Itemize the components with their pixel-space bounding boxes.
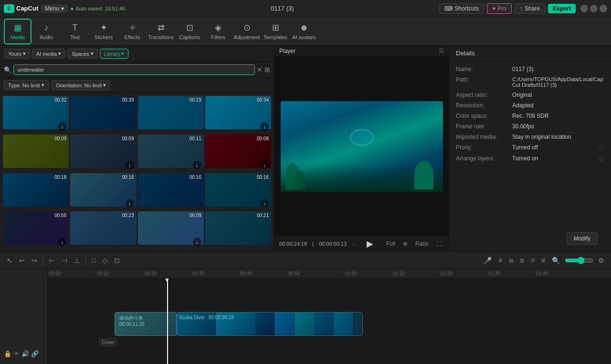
share-icon: ↑: [520, 5, 523, 12]
tool-effects[interactable]: ✧ Effects: [118, 19, 146, 44]
tool-filters[interactable]: ◈ Filters: [204, 19, 232, 44]
full-button[interactable]: Full: [384, 239, 397, 248]
export-button[interactable]: Export: [548, 4, 576, 13]
yours-dropdown[interactable]: Yours ▾: [4, 49, 30, 59]
orientation-filter-button[interactable]: Orientation: No limit ▾: [52, 80, 111, 90]
type-filter-button[interactable]: Type: No limit ▾: [4, 80, 49, 90]
list-item[interactable]: 00:56 ↓: [3, 211, 69, 249]
search-clear-button[interactable]: ✕: [257, 66, 263, 73]
list-item[interactable]: 00:34 ↓: [205, 96, 271, 133]
fullscreen-button[interactable]: ⛶: [434, 239, 444, 248]
tool-audio[interactable]: ♪ Audio: [32, 19, 60, 44]
tool-adjustment[interactable]: ⊙ Adjustment: [233, 19, 261, 44]
download-icon[interactable]: ↓: [193, 238, 201, 246]
list-item[interactable]: 00:18: [3, 173, 69, 210]
pro-button[interactable]: ♥ Pro: [487, 3, 512, 14]
audio-icon[interactable]: 🔊: [21, 350, 29, 357]
list-item[interactable]: 00:32 ↓: [3, 96, 69, 133]
timeline-left-space: [0, 269, 47, 348]
split-button[interactable]: ⊥: [72, 256, 82, 265]
list-item[interactable]: 06:09 ↓: [138, 211, 204, 249]
ruler-mark-10: 01:40: [535, 269, 548, 278]
media-duration: 00:23: [122, 213, 134, 218]
tool-media[interactable]: ▦ Media: [4, 19, 32, 44]
menu-button[interactable]: Menu ▾: [41, 4, 67, 13]
eye-icon[interactable]: 👁: [13, 350, 20, 357]
track-settings-button[interactable]: ▥: [518, 257, 526, 264]
tool-transitions[interactable]: ⇄ Transitions: [147, 19, 175, 44]
list-item[interactable]: 00:09 ↓: [70, 135, 136, 172]
shield-button[interactable]: ◇: [100, 256, 109, 265]
download-icon[interactable]: ↓: [58, 238, 66, 246]
mic-button[interactable]: 🎤: [482, 256, 494, 265]
download-icon[interactable]: ↓: [126, 199, 134, 208]
tool-templates[interactable]: ⊞ Templates: [262, 19, 289, 44]
search-filter-button[interactable]: ⊞: [264, 66, 270, 73]
tool-stickers[interactable]: ✦ Stickers: [90, 19, 117, 44]
rect-button[interactable]: □: [90, 256, 97, 265]
text-label: Text: [70, 34, 80, 40]
zoom-slider[interactable]: [565, 257, 593, 264]
ruler-label-10: 01:40: [535, 271, 548, 276]
timeline-tracks[interactable]: Cover 游动的小鱼 00:00:11:25 Scuba Diver 00:0…: [48, 279, 611, 364]
undo-button[interactable]: ↩: [17, 256, 27, 265]
spaces-dropdown[interactable]: Spaces ▾: [67, 49, 98, 59]
close-button[interactable]: ×: [600, 5, 607, 12]
timeline-clip-2[interactable]: Scuba Diver 00:00:38:18: [177, 312, 363, 336]
list-item[interactable]: 00:21: [205, 211, 271, 249]
list-item[interactable]: 00:19: [138, 96, 204, 133]
main-area: Yours ▾ AI media ▾ Spaces ▾ Library ▾ 🔍 …: [0, 46, 611, 251]
play-button[interactable]: ▶: [367, 239, 373, 249]
screen-button[interactable]: ⊡: [112, 256, 122, 265]
redo-button[interactable]: ↪: [30, 256, 39, 265]
logo-icon: C: [4, 4, 14, 13]
frame: [255, 312, 274, 335]
transitions-icon: ⇄: [158, 22, 165, 33]
zoom-out-button[interactable]: 🔍: [550, 256, 562, 265]
audio-track-button[interactable]: ⊞: [496, 257, 504, 264]
search-input[interactable]: [13, 64, 255, 75]
list-item[interactable]: 00:09: [3, 135, 69, 172]
download-icon[interactable]: ↓: [193, 161, 201, 169]
split-right-button[interactable]: ⊣: [60, 256, 69, 265]
tool-captions[interactable]: ⊡ Captions: [176, 19, 203, 44]
playhead[interactable]: [167, 279, 168, 364]
media-duration: 00:16: [122, 175, 134, 180]
select-tool-button[interactable]: ↖: [5, 256, 14, 265]
fit-button[interactable]: ⊕: [401, 239, 410, 248]
video-track-button[interactable]: ▤: [507, 257, 515, 264]
ai-media-dropdown[interactable]: AI media ▾: [32, 49, 65, 59]
shortcuts-button[interactable]: ⌨ Shortcuts: [439, 3, 484, 14]
download-icon[interactable]: ↓: [260, 161, 269, 169]
link-icon[interactable]: 🔗: [31, 350, 39, 357]
ratio-button[interactable]: Ratio: [413, 239, 431, 248]
list-item[interactable]: 00:16 ↓: [70, 173, 136, 210]
maximize-button[interactable]: □: [590, 5, 598, 12]
list-item[interactable]: 00:11 ↓: [138, 135, 204, 172]
media-duration: 00:56: [54, 213, 66, 218]
modify-button[interactable]: Modify: [567, 232, 598, 245]
download-icon[interactable]: ↓: [126, 161, 134, 169]
media-duration: 00:21: [257, 213, 269, 218]
minimize-button[interactable]: ─: [580, 5, 588, 12]
settings-button[interactable]: ⚙: [596, 256, 606, 265]
color-space-value: Rec. 709 SDR: [512, 113, 604, 119]
player-menu-icon[interactable]: ☰: [439, 48, 444, 54]
list-item[interactable]: 00:39: [70, 96, 136, 133]
download-icon[interactable]: ↓: [58, 122, 66, 131]
split-left-button[interactable]: ⊢: [47, 256, 57, 265]
download-icon[interactable]: ↓: [260, 122, 269, 131]
list-item[interactable]: 00:16: [138, 173, 204, 210]
track-controls: 🔒 👁 🔊 🔗: [0, 348, 47, 359]
list-item[interactable]: 00:23: [70, 211, 136, 249]
list-item[interactable]: 00:08 ↓: [205, 135, 271, 172]
download-icon[interactable]: ↓: [260, 199, 269, 208]
list-item[interactable]: 00:16 ↓: [205, 173, 271, 210]
tool-text[interactable]: T Text: [61, 19, 89, 44]
lock-icon[interactable]: 🔒: [4, 350, 11, 357]
share-button[interactable]: ↑ Share: [515, 3, 545, 14]
overlay-button[interactable]: ⊠: [539, 257, 547, 264]
tool-ai-avatars[interactable]: ☻ AI avatars: [290, 19, 318, 44]
caption-track-button[interactable]: ⊟: [529, 257, 537, 264]
library-dropdown[interactable]: Library ▾: [100, 49, 129, 59]
